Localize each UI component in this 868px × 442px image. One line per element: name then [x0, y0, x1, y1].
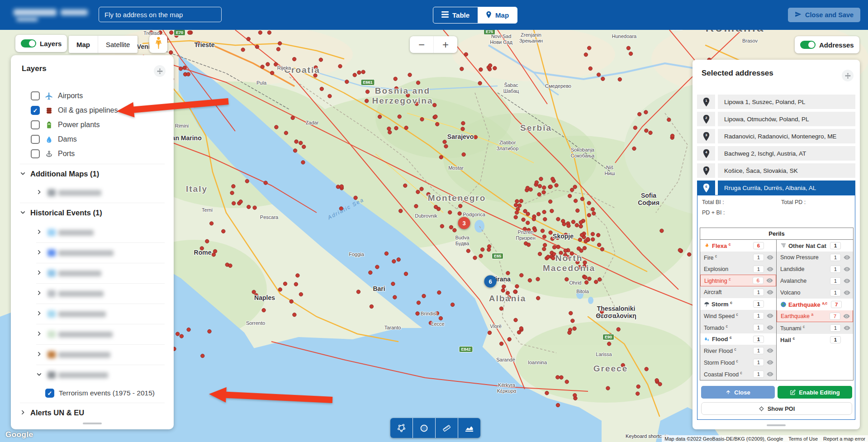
- address-row-5[interactable]: 5Košice, Šaca, Slovakia, SK: [697, 163, 855, 178]
- umbrella-icon: [704, 301, 710, 307]
- visibility-eye-icon[interactable]: [843, 279, 851, 283]
- map-type-satellite[interactable]: Satellite: [98, 36, 138, 53]
- layer-item-oil-gas-pipelines[interactable]: ✓Oil & gas pipelines: [31, 103, 118, 118]
- pegman-button[interactable]: [149, 35, 167, 53]
- ruler-tool-button[interactable]: [435, 418, 458, 438]
- area-tool-button[interactable]: [458, 418, 480, 438]
- table-view-button[interactable]: Table: [433, 7, 478, 23]
- peril-row-tornado: Tornado c1: [700, 322, 776, 333]
- address-row-1[interactable]: 1Lipowa 1, Suszec, Poland, PL: [697, 95, 855, 109]
- address-label: Lipowa 1, Suszec, Poland, PL: [718, 95, 855, 109]
- address-label: Bachweg 2, Ischgl, Austria, AT: [718, 146, 855, 161]
- addresses-panel-title: Selected addresses: [702, 69, 773, 78]
- section-alerts-label: Alerts UN & EU: [30, 409, 84, 417]
- redacted-content: [47, 189, 101, 196]
- cluster-marker-6[interactable]: 6: [484, 276, 497, 288]
- map-pin-icon: [486, 11, 492, 20]
- cluster-marker-3[interactable]: 3: [458, 217, 470, 229]
- show-poi-button[interactable]: Show POI: [701, 402, 852, 415]
- peril-value: 1: [830, 324, 841, 332]
- zoom-out-button[interactable]: −: [410, 36, 433, 53]
- visibility-eye-icon[interactable]: [766, 348, 774, 353]
- visibility-eye-icon[interactable]: [766, 360, 774, 365]
- layer-item-power-plants[interactable]: Power plants: [31, 118, 100, 132]
- section-additional-maps[interactable]: Additional Maps (1): [20, 166, 99, 181]
- enable-editing-button[interactable]: Enable Editing: [778, 386, 852, 399]
- layer-item-airports[interactable]: Airports: [31, 89, 83, 103]
- layer-checkbox[interactable]: [31, 120, 40, 129]
- search-input[interactable]: [99, 7, 222, 22]
- redacted-layer-item[interactable]: [36, 345, 110, 365]
- visibility-eye-icon[interactable]: [766, 255, 774, 260]
- view-toggle: Table Map: [433, 7, 517, 24]
- visibility-eye-icon[interactable]: [765, 278, 773, 283]
- circle-tool-button[interactable]: [413, 418, 435, 438]
- peril-label: Flexa c: [712, 242, 731, 249]
- redacted-text: [58, 311, 106, 317]
- panel-resize-handle[interactable]: [83, 423, 102, 424]
- visibility-eye-icon[interactable]: [843, 255, 851, 260]
- visibility-eye-icon[interactable]: [766, 314, 774, 318]
- address-pin-icon: 4: [697, 146, 715, 161]
- address-row-2[interactable]: 2Lipowa, Otmuchów, Poland, PL: [697, 112, 855, 126]
- visibility-eye-icon[interactable]: [843, 267, 851, 271]
- map-view-button[interactable]: Map: [478, 7, 517, 23]
- visibility-eye-icon[interactable]: [843, 290, 851, 295]
- move-panel-icon[interactable]: [154, 65, 166, 77]
- addresses-toggle-switch[interactable]: [800, 41, 816, 49]
- svg-text:4: 4: [705, 150, 707, 154]
- address-row-6[interactable]: 6Rruga Currila, Durrës, Albania, AL: [697, 181, 855, 195]
- visibility-eye-icon[interactable]: [766, 267, 774, 271]
- layer-item-terrorism-events[interactable]: ✓ Terrorism events (1975 - 2015): [45, 386, 155, 400]
- airplane-icon: [44, 92, 53, 100]
- droplet-icon: [44, 136, 53, 143]
- redacted-content: [47, 331, 113, 338]
- map-type-map[interactable]: Map: [69, 36, 98, 53]
- redacted-layer-item[interactable]: [36, 183, 101, 203]
- layer-checkbox[interactable]: [31, 91, 40, 100]
- close-and-save-button[interactable]: Close and Save: [788, 8, 860, 22]
- panel-resize-handle[interactable]: [767, 424, 786, 426]
- section-alerts-un-eu[interactable]: Alerts UN & EU: [20, 405, 84, 420]
- report-map-error-link[interactable]: Report a map error: [821, 435, 868, 442]
- redacted-layer-item[interactable]: [36, 365, 108, 385]
- visibility-eye-icon[interactable]: [766, 372, 774, 376]
- terrorism-events-checkbox[interactable]: ✓: [45, 389, 54, 398]
- polygon-tool-button[interactable]: [390, 418, 413, 438]
- draw-toolbar: [390, 418, 480, 438]
- peril-row-tsunami: Tsunami c1: [777, 322, 853, 334]
- redacted-content: [47, 371, 108, 379]
- layers-toggle[interactable]: Layers: [15, 35, 67, 52]
- redacted-layer-item[interactable]: [36, 304, 106, 324]
- app-logo: [14, 5, 100, 24]
- address-row-4[interactable]: 4Bachweg 2, Ischgl, Austria, AT: [697, 146, 855, 161]
- redacted-layer-item[interactable]: [36, 263, 101, 283]
- redacted-text: [58, 352, 110, 358]
- addresses-toggle[interactable]: Addresses: [795, 36, 859, 53]
- visibility-eye-icon[interactable]: [843, 326, 851, 330]
- visibility-eye-icon[interactable]: [842, 314, 850, 318]
- redacted-layer-item[interactable]: [36, 324, 113, 344]
- redacted-layer-item[interactable]: [36, 223, 94, 242]
- visibility-eye-icon[interactable]: [766, 290, 774, 295]
- layer-item-ports[interactable]: Ports: [31, 147, 75, 161]
- peril-label: Earthquake a,c: [788, 301, 827, 308]
- totals-block: Total BI : Total PD : PD + BI :: [702, 199, 850, 220]
- move-panel-icon[interactable]: [842, 70, 854, 81]
- redacted-layer-item[interactable]: [36, 243, 114, 263]
- layer-item-dams[interactable]: Dams: [31, 132, 77, 147]
- section-historical-events[interactable]: Historical Events (1): [20, 205, 102, 220]
- layer-checkbox[interactable]: ✓: [31, 106, 40, 115]
- peril-label: Flood c: [712, 335, 732, 342]
- terms-of-use-link[interactable]: Terms of Use: [786, 435, 821, 442]
- close-button[interactable]: Close: [701, 386, 775, 399]
- chevron-down-icon: [20, 209, 26, 217]
- layer-checkbox[interactable]: [31, 149, 40, 158]
- svg-text:6: 6: [705, 184, 707, 188]
- zoom-in-button[interactable]: +: [433, 36, 457, 53]
- visibility-eye-icon[interactable]: [766, 325, 774, 330]
- redacted-layer-item[interactable]: [36, 284, 104, 304]
- layers-toggle-switch[interactable]: [21, 39, 36, 48]
- address-row-3[interactable]: 3Radanovici, Radanovici, Montenegro, ME: [697, 129, 855, 143]
- layer-checkbox[interactable]: [31, 135, 40, 144]
